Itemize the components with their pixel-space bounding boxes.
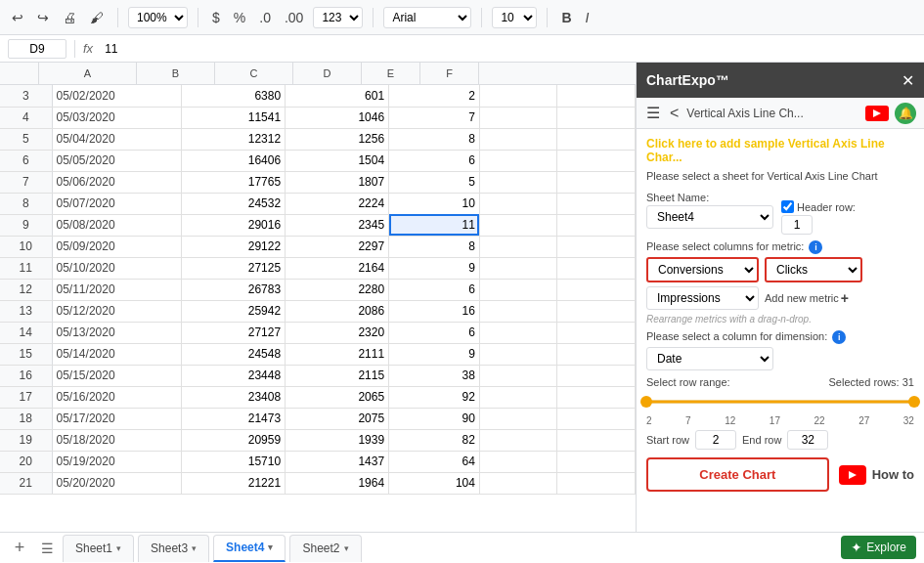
undo-button[interactable]: ↩ (8, 8, 27, 27)
number-format-select[interactable]: 123 (313, 7, 363, 28)
panel-close-button[interactable]: ✕ (902, 71, 914, 90)
cell-col-f[interactable] (557, 300, 636, 322)
cell-col-c[interactable]: 2115 (286, 365, 389, 386)
cell-col-b[interactable]: 29016 (182, 214, 286, 236)
cell-col-f[interactable] (557, 257, 636, 279)
cell-col-c[interactable]: 601 (286, 85, 389, 107)
row-number[interactable]: 20 (0, 451, 52, 472)
cell-col-e[interactable] (479, 300, 557, 322)
cell-col-a[interactable]: 05/16/2020 (52, 386, 182, 408)
cell-col-a[interactable]: 05/08/2020 (52, 214, 182, 236)
row-number[interactable]: 14 (0, 322, 52, 343)
cell-col-d[interactable]: 7 (389, 107, 480, 128)
cell-col-b[interactable]: 21473 (182, 408, 286, 429)
cell-col-d[interactable]: 9 (389, 257, 480, 279)
cell-col-f[interactable] (557, 279, 636, 300)
cell-col-a[interactable]: 05/17/2020 (52, 408, 182, 429)
cell-col-e[interactable] (479, 365, 557, 386)
cell-col-c[interactable]: 2065 (286, 386, 389, 408)
cell-col-a[interactable]: 05/09/2020 (52, 236, 182, 257)
cell-col-b[interactable]: 15710 (182, 451, 286, 472)
sheet-tab-sheet1[interactable]: Sheet1 ▾ (63, 535, 134, 562)
cell-col-a[interactable]: 05/20/2020 (52, 472, 182, 494)
cell-col-e[interactable] (479, 279, 557, 300)
cell-col-d[interactable]: 10 (389, 193, 480, 214)
metrics-info-icon[interactable]: i (809, 240, 822, 254)
row-number[interactable]: 4 (0, 107, 52, 128)
cell-col-d[interactable]: 11 (389, 214, 480, 236)
row-number[interactable]: 5 (0, 128, 52, 150)
cell-col-a[interactable]: 05/13/2020 (52, 322, 182, 343)
metric1-select[interactable]: Conversions (646, 257, 759, 282)
cell-col-e[interactable] (479, 429, 557, 451)
row-number[interactable]: 10 (0, 236, 52, 257)
cell-col-c[interactable]: 2320 (286, 322, 389, 343)
cell-col-b[interactable]: 11541 (182, 107, 286, 128)
cell-col-d[interactable]: 38 (389, 365, 480, 386)
print-button[interactable]: 🖨 (59, 8, 80, 27)
cell-col-a[interactable]: 05/07/2020 (52, 193, 182, 214)
cell-col-d[interactable]: 16 (389, 300, 480, 322)
cell-col-c[interactable]: 2086 (286, 300, 389, 322)
cell-col-b[interactable]: 24548 (182, 343, 286, 365)
cell-col-d[interactable]: 5 (389, 171, 480, 193)
cell-col-b[interactable]: 12312 (182, 128, 286, 150)
cell-col-c[interactable]: 1437 (286, 451, 389, 472)
cell-col-d[interactable]: 2 (389, 85, 480, 107)
cell-col-e[interactable] (479, 472, 557, 494)
cell-col-e[interactable] (479, 236, 557, 257)
zoom-select[interactable]: 100% (128, 7, 188, 28)
cell-col-b[interactable]: 25942 (182, 300, 286, 322)
sheet-tab-sheet2[interactable]: Sheet2 ▾ (289, 535, 361, 562)
row-number[interactable]: 21 (0, 472, 52, 494)
row-number[interactable]: 6 (0, 150, 52, 171)
cell-col-c[interactable]: 2075 (286, 408, 389, 429)
cell-col-e[interactable] (479, 408, 557, 429)
cell-col-d[interactable]: 6 (389, 279, 480, 300)
cell-col-d[interactable]: 82 (389, 429, 480, 451)
create-chart-button[interactable]: Create Chart (646, 457, 829, 492)
cell-col-d[interactable]: 92 (389, 386, 480, 408)
row-number[interactable]: 15 (0, 343, 52, 365)
metric3-select[interactable]: Impressions (646, 286, 759, 310)
cell-col-b[interactable]: 26783 (182, 279, 286, 300)
row-number[interactable]: 18 (0, 408, 52, 429)
cell-col-f[interactable] (557, 236, 636, 257)
format-paint-button[interactable]: 🖌 (86, 8, 108, 27)
font-size-select[interactable]: 10 (492, 7, 537, 28)
cell-col-d[interactable]: 9 (389, 343, 480, 365)
cell-col-c[interactable]: 1504 (286, 150, 389, 171)
cell-col-f[interactable] (557, 193, 636, 214)
cell-col-b[interactable]: 23408 (182, 386, 286, 408)
explore-button[interactable]: ✦ Explore (841, 536, 916, 559)
cell-col-e[interactable] (479, 193, 557, 214)
italic-button[interactable]: I (582, 8, 594, 27)
cell-col-c[interactable]: 2111 (286, 343, 389, 365)
cell-col-b[interactable]: 24532 (182, 193, 286, 214)
cell-col-f[interactable] (557, 171, 636, 193)
cell-col-e[interactable] (479, 343, 557, 365)
metric2-select[interactable]: Clicks (765, 257, 862, 282)
sheet-tab-sheet4[interactable]: Sheet4 ▾ (213, 535, 286, 562)
row-number[interactable]: 12 (0, 279, 52, 300)
cell-col-d[interactable]: 8 (389, 128, 480, 150)
notification-icon[interactable]: 🔔 (895, 103, 916, 124)
cell-col-e[interactable] (479, 107, 557, 128)
currency-button[interactable]: $ (208, 8, 224, 27)
cell-col-c[interactable]: 1807 (286, 171, 389, 193)
cell-col-a[interactable]: 05/19/2020 (52, 451, 182, 472)
row-number[interactable]: 9 (0, 214, 52, 236)
row-number[interactable]: 7 (0, 171, 52, 193)
cell-col-f[interactable] (557, 107, 636, 128)
cell-col-f[interactable] (557, 322, 636, 343)
how-to-button[interactable]: How to (839, 465, 914, 485)
cell-col-f[interactable] (557, 214, 636, 236)
cell-col-b[interactable]: 23448 (182, 365, 286, 386)
row-number[interactable]: 13 (0, 300, 52, 322)
header-row-input[interactable]: 1 (781, 215, 813, 235)
cell-col-b[interactable]: 20959 (182, 429, 286, 451)
header-row-checkbox[interactable] (781, 200, 794, 213)
cell-col-e[interactable] (479, 150, 557, 171)
cell-col-d[interactable]: 104 (389, 472, 480, 494)
cell-col-a[interactable]: 05/05/2020 (52, 150, 182, 171)
